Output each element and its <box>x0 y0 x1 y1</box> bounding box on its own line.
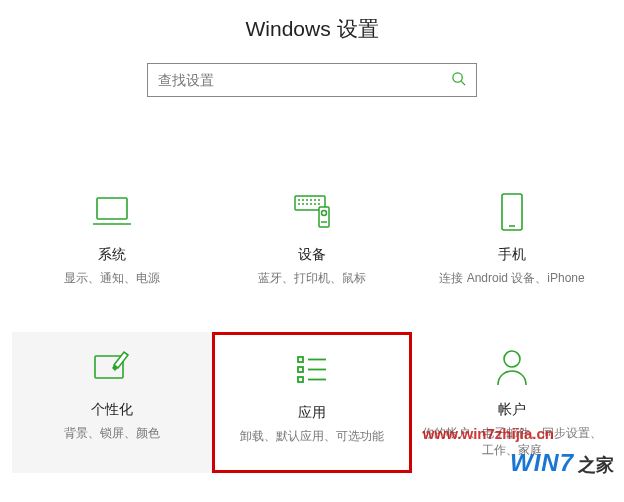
tile-personalization[interactable]: 个性化 背景、锁屏、颜色 <box>12 332 212 474</box>
tile-system[interactable]: 系统 显示、通知、电源 <box>12 177 212 302</box>
personalization-icon <box>91 347 133 387</box>
tile-title: 应用 <box>298 404 326 422</box>
svg-point-29 <box>504 351 520 367</box>
tile-phone[interactable]: 手机 连接 Android 设备、iPhone <box>412 177 612 302</box>
tile-devices[interactable]: 设备 蓝牙、打印机、鼠标 <box>212 177 412 302</box>
tile-desc: 连接 Android 设备、iPhone <box>439 270 584 287</box>
tile-desc: 背景、锁屏、颜色 <box>64 425 160 442</box>
tile-title: 系统 <box>98 246 126 264</box>
tile-desc: 显示、通知、电源 <box>64 270 160 287</box>
page-title: Windows 设置 <box>0 15 624 43</box>
svg-rect-27 <box>298 377 303 382</box>
svg-rect-20 <box>502 194 522 230</box>
svg-point-0 <box>453 72 462 81</box>
devices-icon <box>291 192 333 232</box>
svg-rect-23 <box>298 357 303 362</box>
account-icon <box>491 347 533 387</box>
svg-rect-25 <box>298 367 303 372</box>
tile-desc: 卸载、默认应用、可选功能 <box>240 428 384 445</box>
tile-desc: 蓝牙、打印机、鼠标 <box>258 270 366 287</box>
search-input[interactable] <box>158 72 451 88</box>
svg-rect-2 <box>97 198 127 219</box>
tile-title: 帐户 <box>498 401 526 419</box>
apps-icon <box>291 350 333 390</box>
tile-title: 个性化 <box>91 401 133 419</box>
header: Windows 设置 <box>0 0 624 117</box>
settings-grid: 系统 显示、通知、电源 设备 <box>0 177 624 473</box>
search-icon <box>451 71 466 90</box>
svg-line-1 <box>461 81 465 85</box>
tile-title: 设备 <box>298 246 326 264</box>
tile-apps[interactable]: 应用 卸载、默认应用、可选功能 <box>212 332 412 474</box>
tile-title: 手机 <box>498 246 526 264</box>
tile-desc: 你的帐户、电子邮件、同步设置、工作、家庭 <box>422 425 602 459</box>
laptop-icon <box>91 192 133 232</box>
tile-accounts[interactable]: 帐户 你的帐户、电子邮件、同步设置、工作、家庭 <box>412 332 612 474</box>
search-box[interactable] <box>147 63 477 97</box>
phone-icon <box>491 192 533 232</box>
